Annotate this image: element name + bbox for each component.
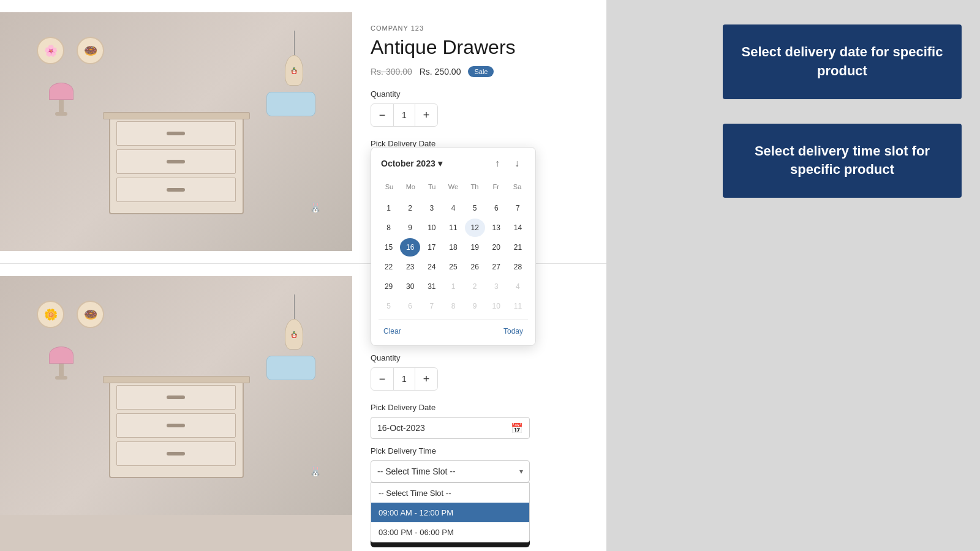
qty-minus-1[interactable]: − (371, 104, 393, 126)
time-option-morning[interactable]: 09:00 AM - 12:00 PM (371, 503, 529, 522)
cal-day[interactable]: 10 (486, 297, 507, 315)
hang-item-2: 🪆 (285, 319, 303, 350)
cal-day[interactable]: 20 (486, 238, 507, 257)
cal-day[interactable]: 22 (379, 258, 399, 276)
drawer-3 (116, 178, 235, 202)
cal-day[interactable]: 28 (508, 258, 528, 276)
cal-day[interactable]: 8 (379, 219, 399, 237)
cal-day[interactable]: 18 (443, 238, 463, 257)
cal-day[interactable]: 3 (486, 277, 507, 296)
quantity-label-2: Quantity (371, 353, 588, 362)
cal-day[interactable]: 10 (421, 219, 442, 237)
cal-day[interactable]: 6 (400, 297, 420, 315)
dresser-2 (109, 380, 244, 478)
cal-prev-1[interactable]: ↑ (489, 155, 506, 172)
pillow-2 (266, 356, 315, 380)
info-box-2: Select delivery time slot for specific p… (723, 124, 962, 198)
hanging-decor-2: 🪆 (285, 294, 303, 350)
cal-day[interactable]: 7 (508, 199, 528, 217)
cal-day[interactable]: 2 (400, 199, 420, 217)
cal-day[interactable]: 27 (486, 258, 507, 276)
date-value-2: 16-Oct-2023 (377, 423, 425, 433)
qty-minus-2[interactable]: − (371, 368, 393, 390)
decor-circle-1: 🌸 (37, 37, 64, 64)
dresser (109, 116, 244, 214)
wall-decor: 🌸 🍩 (37, 37, 104, 64)
cal-nav-btns-1: ↑ ↓ (489, 155, 526, 172)
cal-sun: Su (379, 178, 400, 195)
cal-day[interactable]: 8 (443, 297, 463, 315)
info-box-text-2: Select delivery time slot for specific p… (740, 142, 944, 180)
cal-days-grid-1: 1 2 3 4 5 6 7 8 9 10 11 12 13 14 15 (379, 199, 528, 315)
cal-day[interactable]: 1 (443, 277, 463, 296)
calendar-icon-2: 📅 (511, 422, 523, 434)
cal-month-text-1: October 2023 (381, 159, 435, 168)
time-dropdown-2: -- Select Time Slot -- 09:00 AM - 12:00 … (371, 482, 530, 542)
lamp-2 (49, 347, 74, 383)
cal-day-highlighted[interactable]: 12 (465, 219, 485, 237)
quantity-control-2: − 1 + (371, 367, 438, 391)
cal-clear-btn-1[interactable]: Clear (379, 324, 406, 338)
drawer-5 (116, 413, 235, 438)
cal-day[interactable]: 21 (508, 238, 528, 257)
cal-day[interactable]: 11 (508, 297, 528, 315)
product-title-1: Antique Drawers (371, 36, 588, 59)
cal-chevron-1: ▾ (438, 159, 442, 168)
time-option-afternoon[interactable]: 03:00 PM - 06:00 PM (371, 522, 529, 542)
hanging-decor: 🪆 (285, 31, 303, 86)
cal-day[interactable]: 7 (421, 297, 442, 315)
lamp (49, 83, 74, 119)
cal-day[interactable]: 25 (443, 258, 463, 276)
cal-tue: Tu (421, 178, 443, 195)
date-input-2[interactable]: 16-Oct-2023 📅 (371, 417, 530, 439)
qty-plus-2[interactable]: + (415, 368, 437, 390)
cal-day[interactable]: 15 (379, 238, 399, 257)
cal-day[interactable]: 9 (465, 297, 485, 315)
cal-mon: Mo (400, 178, 421, 195)
cal-day[interactable]: 30 (400, 277, 420, 296)
stuffed-animal: 🐰 (309, 201, 322, 213)
time-select-text-2: -- Select Time Slot -- (377, 467, 456, 476)
cal-day[interactable]: 26 (465, 258, 485, 276)
cal-days-header-1: Su Mo Tu We Th Fr Sa (379, 178, 528, 195)
cal-day[interactable]: 6 (486, 199, 507, 217)
cal-nav-1: October 2023 ▾ ↑ ↓ (379, 155, 528, 172)
cal-day[interactable]: 23 (400, 258, 420, 276)
cal-day[interactable]: 14 (508, 219, 528, 237)
cal-today-btn-1[interactable]: Today (499, 324, 528, 338)
cal-day[interactable]: 31 (421, 277, 442, 296)
right-panel: Select delivery date for specific produc… (606, 0, 980, 551)
cal-sat: Sa (507, 178, 528, 195)
quantity-control-1: − 1 + (371, 103, 438, 127)
cal-footer-1: Clear Today (379, 319, 528, 338)
product-image-2: 🌼 🍩 🪆 🐰 (0, 276, 352, 551)
cal-day[interactable]: 19 (465, 238, 485, 257)
info-box-1: Select delivery date for specific produc… (723, 24, 962, 99)
cal-day[interactable]: 1 (379, 199, 399, 217)
cal-day[interactable]: 24 (421, 258, 442, 276)
cal-day-selected[interactable]: 16 (400, 238, 420, 257)
cal-day[interactable]: 3 (421, 199, 442, 217)
cal-day[interactable]: 9 (400, 219, 420, 237)
delivery-time-label-2: Pick Delivery Time (371, 446, 588, 455)
cal-day[interactable]: 17 (421, 238, 442, 257)
cal-day[interactable]: 11 (443, 219, 463, 237)
cal-day[interactable]: 4 (508, 277, 528, 296)
cal-next-1[interactable]: ↓ (508, 155, 526, 172)
product-section-1: 🌸 🍩 🪆 🐰 (0, 0, 606, 264)
time-option-default[interactable]: -- Select Time Slot -- (371, 483, 529, 503)
cal-day[interactable]: 13 (486, 219, 507, 237)
calendar-popup-1: October 2023 ▾ ↑ ↓ Su Mo Tu We Th Fr Sa (371, 147, 536, 346)
cal-fri: Fr (485, 178, 507, 195)
qty-plus-1[interactable]: + (415, 104, 437, 126)
decor-circle-2: 🍩 (77, 37, 104, 64)
cal-day[interactable]: 5 (379, 297, 399, 315)
cal-day[interactable]: 2 (465, 277, 485, 296)
cal-wed: We (443, 178, 464, 195)
cal-day[interactable]: 4 (443, 199, 463, 217)
cal-day[interactable]: 29 (379, 277, 399, 296)
cal-day[interactable]: 5 (465, 199, 485, 217)
time-select-2[interactable]: -- Select Time Slot -- ▾ (371, 460, 530, 482)
info-box-text-1: Select delivery date for specific produc… (740, 43, 944, 81)
cal-month-year-1: October 2023 ▾ (381, 159, 442, 168)
